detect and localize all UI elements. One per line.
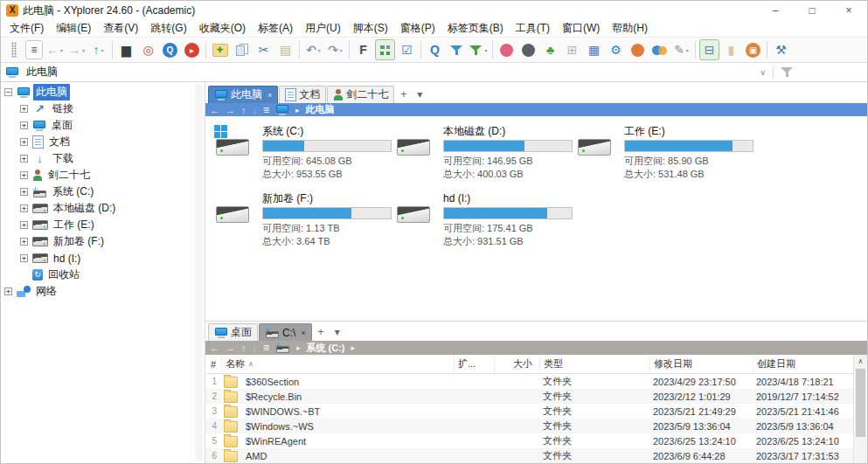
table-row[interactable]: 2$Recycle.Bin文件夹2023/2/12 1:01:292019/12… [205, 389, 854, 404]
column-header-name[interactable]: 名称∧ [221, 355, 454, 373]
tree-item[interactable]: −此电脑 [1, 84, 205, 100]
menubar-item[interactable]: 脚本(S) [347, 21, 394, 36]
filter-button[interactable] [447, 39, 467, 60]
menubar-item[interactable]: 跳转(G) [144, 21, 192, 36]
lollipop-button[interactable] [496, 39, 517, 60]
new-tab-button[interactable]: + [313, 326, 330, 338]
mini-tree-monitor-button[interactable]: ▆ [116, 39, 136, 60]
dropdown-caret-icon[interactable]: ▾ [318, 47, 321, 53]
undo-button[interactable]: ↶▾ [303, 39, 323, 60]
crumb-path[interactable]: 此电脑 [306, 103, 335, 116]
dropdown-caret-icon[interactable]: ▾ [101, 47, 103, 53]
column-header-size[interactable]: 大小 [494, 355, 539, 373]
table-row[interactable]: 6AMD文件夹2023/6/9 6:44:282023/3/17 17:31:5… [205, 448, 854, 463]
show-mini-tree-button[interactable] [375, 39, 395, 60]
crumb-forward-icon[interactable]: → [226, 105, 235, 115]
menubar-item[interactable]: 收藏夹(O) [193, 21, 252, 36]
tree-expander[interactable]: + [20, 171, 28, 179]
tools-button[interactable]: ⚒ [771, 39, 791, 60]
toolbar-grip[interactable] [3, 39, 24, 60]
addressbar-filter-icon[interactable] [781, 66, 794, 78]
crumb-back-icon[interactable]: ← [210, 105, 219, 115]
up-button[interactable]: ↑▾ [88, 39, 108, 60]
tree-item[interactable]: +↗链接 [1, 100, 205, 117]
drive-tile[interactable]: hd (I:)可用空间: 175.41 GB总大小: 931.51 GB [395, 192, 576, 260]
drive-tile[interactable]: 本地磁盘 (D:)可用空间: 146.95 GB总大小: 400.03 GB [395, 125, 576, 192]
tab-close-icon[interactable]: × [301, 329, 305, 337]
table-row[interactable]: 4$Windows.~WS文件夹2023/5/9 13:36:042023/5/… [205, 419, 854, 433]
dual-pane-button[interactable]: ⊟ [699, 39, 719, 60]
catalog-target-button[interactable]: ◎ [138, 39, 158, 60]
scrollbar-thumb[interactable] [856, 369, 865, 437]
scroll-up-icon[interactable]: ∧ [854, 355, 867, 368]
tree-plant-button[interactable]: ♣ [540, 39, 560, 60]
dropdown-caret-icon[interactable]: ▾ [60, 47, 63, 53]
list-menu-button[interactable]: ≡ [25, 40, 43, 59]
menubar-item[interactable]: 帮助(H) [606, 21, 654, 36]
tree-expander[interactable]: + [20, 155, 28, 163]
dropdown-caret-icon[interactable]: ▾ [82, 47, 85, 53]
list-scrollbar[interactable]: ∧ [853, 355, 867, 463]
zoom-lens-button[interactable]: Q [160, 39, 180, 60]
brush-button[interactable]: ✎▾ [671, 39, 691, 60]
column-header-modified[interactable]: 修改日期 [649, 355, 753, 373]
dark-sphere-button[interactable] [518, 39, 538, 60]
tree-item[interactable]: +工作 (E:) [1, 217, 205, 233]
flat-view-button[interactable]: F [353, 39, 373, 60]
visual-filter-button[interactable]: ▾ [469, 39, 489, 60]
tree-expander[interactable]: + [20, 105, 28, 113]
gear-button[interactable]: ⚙ [606, 39, 626, 60]
menubar-item[interactable]: 查看(V) [97, 21, 144, 36]
tree-item[interactable]: +系统 (C:) [1, 184, 205, 200]
tab-list-button[interactable]: ▾ [412, 88, 427, 100]
back-button[interactable]: ←▾ [45, 39, 65, 60]
paste-button[interactable]: ▤ [275, 39, 295, 60]
dropdown-caret-icon[interactable]: ▾ [484, 47, 487, 53]
checkbox-selection-button[interactable]: ☑ [397, 39, 417, 60]
tab[interactable]: 此电脑× [208, 86, 278, 103]
table-row[interactable]: 5$WinREAgent文件夹2023/6/25 13:24:102023/6/… [205, 433, 854, 448]
crumb-forward-icon[interactable]: → [226, 343, 235, 353]
column-header-created[interactable]: 创建日期 [753, 355, 854, 373]
drive-tile[interactable]: 新加卷 (F:)可用空间: 1.13 TB总大小: 3.64 TB [214, 192, 395, 260]
drive-tile[interactable]: 系统 (C:)可用空间: 645.08 GB总大小: 953.55 GB [214, 125, 395, 192]
single-pane-button[interactable]: ▮ [721, 39, 741, 60]
addressbar-dropdown-icon[interactable]: ∨ [760, 68, 766, 77]
tree-item[interactable]: +本地磁盘 (D:) [1, 200, 205, 217]
tree-expander[interactable]: + [20, 138, 28, 146]
crumb-up-icon[interactable]: ↑ [241, 343, 247, 353]
cut-button[interactable]: ✂ [253, 39, 274, 60]
tree-expander[interactable]: − [4, 88, 12, 96]
crumb-down-icon[interactable]: ↓ [253, 343, 258, 353]
crumb-path[interactable]: 系统 (C:) [307, 342, 345, 355]
tab[interactable]: 桌面 [208, 323, 258, 341]
redo-button[interactable]: ↷▾ [325, 39, 345, 60]
new-folder-button[interactable]: ✚ [210, 39, 230, 60]
addressbar[interactable]: 此电脑 ∨ [1, 63, 867, 82]
close-button[interactable]: × [830, 1, 867, 20]
menubar-item[interactable]: 窗格(P) [394, 21, 441, 36]
menubar-item[interactable]: 用户(U) [299, 21, 347, 36]
mixer-button[interactable]: ▦ [584, 39, 604, 60]
tree-item[interactable]: +剑二十七 [1, 167, 205, 184]
tree-item[interactable]: +↓下载 [1, 150, 205, 167]
table-row[interactable]: 3$WINDOWS.~BT文件夹2023/5/21 21:49:292023/5… [205, 404, 854, 419]
table-row[interactable]: 1$360Section文件夹2023/4/29 23:17:502023/4/… [205, 374, 854, 389]
dropdown-caret-icon[interactable]: ▾ [340, 47, 343, 53]
column-header-ext[interactable]: 扩... [454, 355, 494, 373]
tab[interactable]: 剑二十七 [327, 86, 394, 103]
tab-close-icon[interactable]: × [267, 91, 272, 100]
new-tab-button[interactable]: + [395, 88, 412, 100]
menubar-item[interactable]: 窗口(W) [556, 21, 606, 36]
tree-item[interactable]: +网络 [1, 283, 205, 300]
menubar-item[interactable]: 标签(A) [252, 21, 299, 36]
drive-tile[interactable]: 工作 (E:)可用空间: 85.90 GB总大小: 531.48 GB [576, 125, 757, 192]
tree-expander[interactable]: + [20, 188, 28, 196]
crumb-menu-icon[interactable]: ≡ [263, 104, 269, 116]
tree-item[interactable]: +新加卷 (F:) [1, 233, 205, 250]
dropdown-caret-icon[interactable]: ▾ [686, 47, 689, 53]
column-header-index[interactable]: # [205, 355, 221, 373]
tree-item[interactable]: +hd (I:) [1, 250, 205, 267]
tree-expander[interactable]: + [20, 238, 28, 246]
basketball-button[interactable] [628, 39, 648, 60]
